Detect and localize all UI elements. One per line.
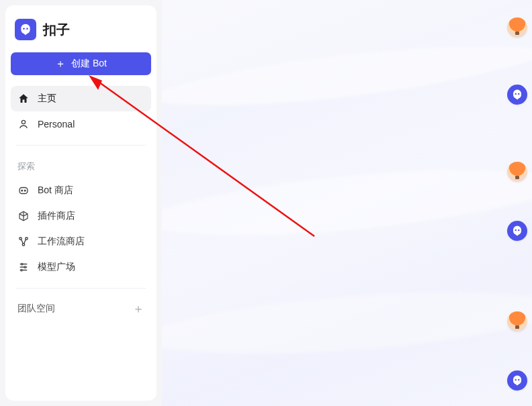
bot-icon: [17, 185, 30, 197]
create-bot-label: 创建 Bot: [71, 58, 107, 70]
team-space-label: 团队空间: [17, 303, 55, 315]
person-icon: [17, 118, 30, 130]
divider: [16, 288, 146, 289]
dock-bot-1[interactable]: [507, 85, 527, 105]
dock-avatar-1[interactable]: [507, 17, 527, 38]
svg-point-7: [21, 263, 23, 264]
home-icon: [17, 93, 30, 105]
plus-icon: ＋: [55, 58, 66, 69]
nav-bot-store-label: Bot 商店: [38, 185, 73, 197]
svg-point-3: [24, 190, 26, 191]
nav-model-square-label: 模型广场: [38, 261, 75, 273]
svg-point-0: [21, 120, 25, 123]
svg-rect-1: [19, 188, 28, 194]
svg-point-8: [24, 266, 26, 268]
nav-home[interactable]: 主页: [11, 86, 151, 111]
nav-personal-label: Personal: [38, 119, 75, 130]
nav-personal[interactable]: Personal: [11, 111, 151, 137]
sliders-icon: [17, 261, 30, 273]
app-name: 扣子: [43, 21, 70, 39]
dock-avatar-3[interactable]: [507, 311, 527, 332]
workflow-icon: [17, 236, 30, 248]
dock-bot-2[interactable]: [507, 221, 527, 241]
divider: [16, 145, 146, 146]
cube-icon: [17, 210, 30, 222]
main-canvas: [162, 0, 532, 406]
logo-row: 扣子: [11, 16, 151, 50]
app-logo-icon: [15, 19, 36, 40]
dock-avatar-2[interactable]: [507, 162, 527, 182]
sidebar: 扣子 ＋ 创建 Bot 主页 Personal 探索 Bot 商店 插件商店 工…: [5, 5, 157, 401]
right-dock: [502, 0, 532, 406]
nav-plugin-store[interactable]: 插件商店: [11, 203, 151, 229]
nav-plugin-store-label: 插件商店: [38, 210, 75, 222]
nav-model-square[interactable]: 模型广场: [11, 254, 151, 280]
svg-point-6: [22, 244, 24, 246]
add-team-icon[interactable]: ＋: [132, 303, 144, 315]
svg-point-9: [21, 269, 22, 270]
nav-home-label: 主页: [38, 93, 56, 105]
team-space-row[interactable]: 团队空间 ＋: [11, 297, 151, 321]
dock-bot-3[interactable]: [507, 370, 527, 391]
svg-point-2: [21, 190, 23, 191]
create-bot-button[interactable]: ＋ 创建 Bot: [11, 52, 151, 75]
nav-workflow-store[interactable]: 工作流商店: [11, 229, 151, 254]
explore-section-label: 探索: [11, 154, 151, 178]
nav-bot-store[interactable]: Bot 商店: [11, 178, 151, 203]
nav-workflow-store-label: 工作流商店: [38, 236, 85, 248]
